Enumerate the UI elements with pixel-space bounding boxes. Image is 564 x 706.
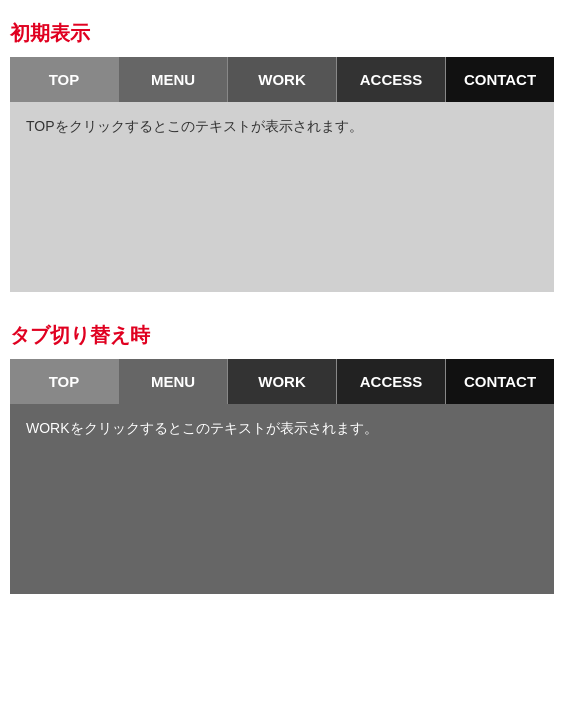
demo2-tab-menu[interactable]: MENU — [119, 359, 228, 404]
demo1-content: TOPをクリックするとこのテキストが表示されます。 — [10, 102, 554, 292]
demo2-tab-work[interactable]: WORK — [228, 359, 337, 404]
demo1-tab-work[interactable]: WORK — [228, 57, 337, 102]
demo1-tab-menu[interactable]: MENU — [119, 57, 228, 102]
demo2-tab-access[interactable]: ACCESS — [337, 359, 446, 404]
demo2-tab-top[interactable]: TOP — [10, 359, 119, 404]
demo2-tab-bar: TOP MENU WORK ACCESS CONTACT — [10, 359, 554, 404]
demo1-tab-contact[interactable]: CONTACT — [446, 57, 554, 102]
demo2-content: WORKをクリックするとこのテキストが表示されます。 — [10, 404, 554, 594]
demo1-tab-top[interactable]: TOP — [10, 57, 119, 102]
demo2-block: タブ切り替え時 TOP MENU WORK ACCESS CONTACT WOR… — [10, 322, 554, 594]
demo1-block: 初期表示 TOP MENU WORK ACCESS CONTACT TOPをクリ… — [10, 20, 554, 292]
demo1-title: 初期表示 — [10, 20, 554, 47]
demo1-tab-access[interactable]: ACCESS — [337, 57, 446, 102]
demo2-tab-contact[interactable]: CONTACT — [446, 359, 554, 404]
demo1-tab-bar: TOP MENU WORK ACCESS CONTACT — [10, 57, 554, 102]
demo2-title: タブ切り替え時 — [10, 322, 554, 349]
